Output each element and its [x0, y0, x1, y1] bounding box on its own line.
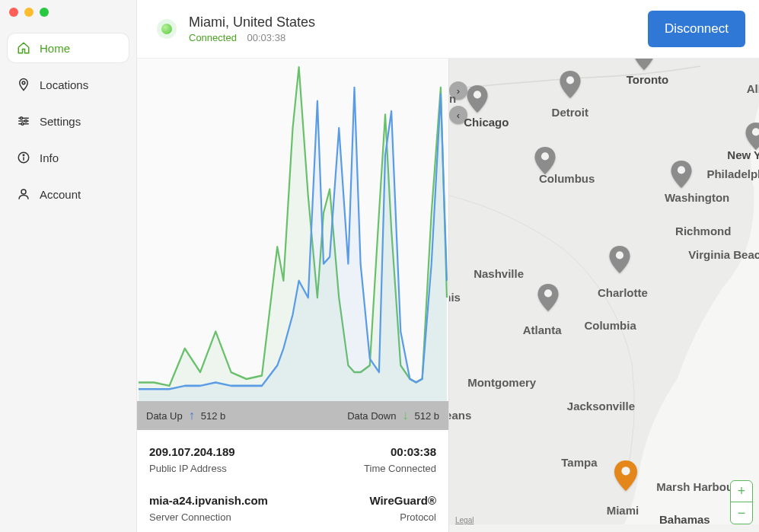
server-value: mia-a24.ipvanish.com: [149, 494, 293, 507]
minimize-window-icon[interactable]: [24, 8, 33, 17]
sidebar-item-label: Account: [40, 188, 81, 201]
map-label-new-york: New York: [727, 148, 759, 161]
arrow-up-icon: ↑: [189, 409, 195, 422]
map-label-montgomery: Montgomery: [467, 376, 536, 389]
svg-point-13: [474, 91, 481, 98]
public-ip-label: Public IP Address: [149, 463, 293, 474]
svg-point-19: [544, 289, 552, 297]
server-label: Server Connection: [149, 511, 293, 523]
time-connected-label: Time Connected: [293, 463, 437, 474]
arrow-down-icon: ↓: [402, 409, 408, 422]
sidebar-item-label: Settings: [40, 115, 81, 128]
map-label-toronto: Toronto: [627, 73, 669, 86]
window-traffic-lights: [9, 8, 49, 17]
svg-point-4: [21, 117, 23, 119]
svg-point-15: [541, 152, 549, 160]
map-label-on: on: [449, 92, 456, 105]
map-label-nashville: Nashville: [474, 267, 524, 280]
connection-status-icon: [155, 18, 178, 40]
data-up-value: 512 b: [201, 410, 226, 422]
data-down-label: Data Down: [347, 410, 396, 422]
info-icon: [17, 151, 30, 164]
disconnect-button[interactable]: Disconnect: [648, 11, 745, 47]
header-timer: 00:03:38: [247, 32, 286, 43]
public-ip-value: 209.107.204.189: [149, 445, 293, 458]
time-connected-value: 00:03:38: [293, 445, 437, 458]
fullscreen-window-icon[interactable]: [40, 8, 49, 17]
sidebar-item-settings[interactable]: Settings: [8, 107, 129, 135]
zoom-in-button[interactable]: +: [731, 481, 752, 502]
map-label-miami: Miami: [607, 504, 639, 517]
protocol-value: WireGuard®: [293, 494, 437, 507]
data-down-value: 512 b: [414, 410, 439, 422]
map-pin-washington[interactable]: [671, 161, 692, 191]
sidebar-item-locations[interactable]: Locations: [8, 70, 129, 99]
map-label-columbus: Columbus: [539, 172, 595, 185]
header: Miami, United States Connected 00:03:38 …: [137, 0, 759, 59]
traffic-chart: [137, 59, 448, 401]
map-label-eans: eans: [449, 409, 471, 422]
svg-point-20: [621, 467, 630, 475]
map-pin-toronto[interactable]: [633, 59, 655, 73]
svg-point-17: [678, 166, 685, 174]
map-label-tampa: Tampa: [561, 456, 597, 469]
map-pin-detroit[interactable]: [560, 71, 581, 101]
svg-point-5: [25, 120, 27, 123]
map-label-his: his: [449, 291, 461, 304]
map-pin-charlotte[interactable]: [609, 246, 630, 276]
map-label-jacksonville: Jacksonville: [567, 400, 635, 413]
sidebar-item-label: Home: [40, 42, 70, 55]
svg-point-14: [566, 76, 574, 84]
sidebar-item-info[interactable]: Info: [8, 143, 129, 172]
map-label-marsh-harbour: Marsh Harbour: [656, 480, 738, 493]
svg-point-9: [23, 155, 24, 156]
map-label-washington: Washington: [665, 191, 729, 204]
map-label-charlotte: Charlotte: [598, 286, 648, 299]
sidebar: HomeLocationsSettingsInfoAccount: [0, 0, 137, 532]
svg-point-0: [22, 81, 25, 84]
map[interactable]: › ‹ TorontoChicagoDetroitColumbusNew Yor…: [449, 59, 759, 532]
map-legal-link[interactable]: Legal: [455, 516, 474, 524]
svg-point-6: [21, 123, 24, 125]
map-pin-chicago[interactable]: [467, 85, 488, 116]
connection-details: 209.107.204.189 Public IP Address 00:03:…: [137, 430, 448, 532]
sidebar-item-label: Locations: [40, 78, 88, 91]
data-up-label: Data Up: [146, 410, 183, 422]
sidebar-item-label: Info: [40, 151, 59, 164]
map-label-bahamas: Bahamas: [659, 513, 710, 526]
account-icon: [17, 187, 30, 201]
map-label-richmond: Richmond: [675, 225, 731, 237]
map-label-chicago: Chicago: [464, 116, 509, 129]
header-location: Miami, United States: [189, 14, 637, 30]
map-label-atlanta: Atlanta: [523, 323, 562, 336]
sidebar-item-account[interactable]: Account: [8, 180, 129, 209]
home-icon: [17, 41, 30, 55]
svg-point-10: [21, 190, 26, 194]
protocol-label: Protocol: [293, 511, 437, 523]
map-label-philadelphia: Philadelphia: [706, 167, 759, 180]
settings-sliders-icon: [17, 114, 30, 128]
svg-point-18: [616, 251, 623, 259]
map-zoom: + −: [730, 480, 753, 524]
data-bar: Data Up ↑ 512 b Data Down ↓ 512 b: [137, 401, 448, 430]
map-pin-miami[interactable]: [614, 460, 638, 494]
map-label-columbia: Columbia: [584, 319, 636, 332]
map-label-alba: Alba: [747, 82, 759, 95]
map-label-detroit: Detroit: [552, 106, 588, 119]
connection-status-text: Connected: [189, 32, 237, 43]
location-pin-icon: [17, 78, 30, 91]
map-pin-atlanta[interactable]: [537, 284, 559, 314]
sidebar-item-home[interactable]: Home: [8, 33, 129, 62]
zoom-out-button[interactable]: −: [731, 502, 752, 524]
close-window-icon[interactable]: [9, 8, 18, 17]
map-label-virginia-beach: Virginia Beach: [688, 248, 759, 261]
